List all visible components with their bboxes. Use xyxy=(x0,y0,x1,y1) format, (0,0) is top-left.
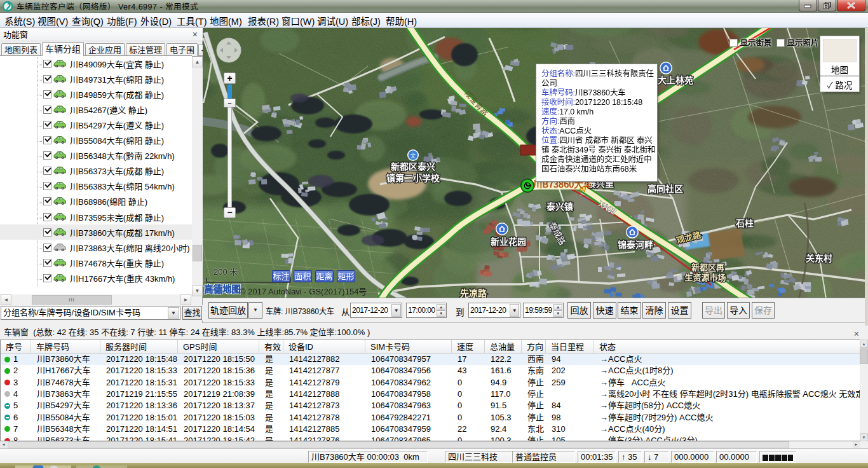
svg-text:生资源市场: 生资源市场 xyxy=(684,271,726,283)
svg-text:关东村: 关东村 xyxy=(806,251,832,264)
svg-text:泰兴镇: 泰兴镇 xyxy=(546,200,573,212)
svg-text:先凉路: 先凉路 xyxy=(460,286,487,298)
svg-text:文: 文 xyxy=(410,151,416,160)
svg-text:高同社区: 高同社区 xyxy=(648,182,683,195)
svg-text:石柱: 石柱 xyxy=(735,216,754,229)
svg-text:大上林苑: 大上林苑 xyxy=(658,73,693,86)
svg-text:新都区泰兴: 新都区泰兴 xyxy=(391,160,435,172)
svg-text:锦泰河畔: 锦泰河畔 xyxy=(618,238,653,251)
svg-text:新业花园: 新业花园 xyxy=(491,235,526,247)
svg-text:镇第二小学校: 镇第二小学校 xyxy=(386,171,440,184)
